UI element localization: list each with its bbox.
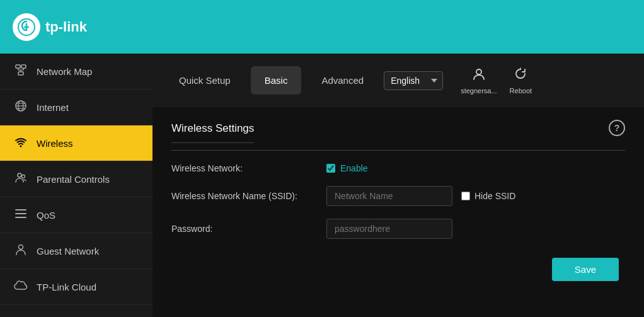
tp-link-cloud-label: TP-Link Cloud: [37, 282, 96, 292]
wireless-label: Wireless: [37, 138, 73, 149]
sidebar-item-tp-link-cloud[interactable]: TP-Link Cloud: [0, 269, 152, 305]
svg-rect-2: [21, 65, 26, 68]
tab-advanced[interactable]: Advanced: [308, 66, 377, 95]
content-area: Quick Setup Basic Advanced English 中文 Es…: [152, 54, 644, 317]
sidebar-item-guest-network[interactable]: Guest Network: [0, 233, 152, 269]
account-label: stegnersa...: [461, 87, 497, 95]
reboot-button[interactable]: Reboot: [510, 67, 532, 95]
password-input[interactable]: [326, 219, 452, 239]
parental-controls-icon: [14, 171, 28, 187]
app-header: tp-link: [0, 0, 644, 54]
internet-label: Internet: [37, 102, 69, 113]
qos-label: QoS: [37, 210, 55, 221]
ssid-input[interactable]: [326, 186, 452, 206]
svg-point-13: [20, 145, 22, 147]
section-title: Wireless Settings: [171, 122, 254, 143]
help-button[interactable]: ?: [609, 120, 625, 136]
hide-ssid-label[interactable]: Hide SSID: [474, 191, 515, 201]
sidebar-item-qos[interactable]: QoS: [0, 197, 152, 233]
logo-text: tp-link: [45, 19, 87, 35]
save-button[interactable]: Save: [552, 258, 619, 281]
sidebar: Network Map Internet: [0, 54, 152, 317]
internet-icon: [14, 100, 28, 115]
wireless-icon: [14, 135, 28, 151]
svg-point-15: [22, 175, 25, 178]
hide-ssid-wrapper: Hide SSID: [461, 191, 515, 201]
reboot-label: Reboot: [510, 87, 532, 95]
wireless-network-label: Wireless Network:: [171, 163, 316, 173]
password-control: [326, 219, 452, 239]
main-layout: Network Map Internet: [0, 54, 644, 317]
enable-checkbox-wrapper: Enable: [326, 163, 368, 173]
ssid-label: Wireless Network Name (SSID):: [171, 191, 316, 201]
sidebar-item-wireless[interactable]: Wireless: [0, 125, 152, 161]
svg-rect-3: [18, 72, 23, 75]
svg-point-20: [476, 69, 481, 74]
guest-network-label: Guest Network: [37, 246, 99, 256]
tab-quick-setup[interactable]: Quick Setup: [165, 66, 244, 95]
guest-network-icon: [14, 243, 28, 259]
svg-point-19: [19, 245, 23, 249]
enable-checkbox[interactable]: [326, 164, 335, 173]
password-label: Password:: [171, 224, 316, 234]
qos-icon: [14, 209, 28, 222]
ssid-row: Wireless Network Name (SSID): Hide SSID: [171, 186, 625, 206]
wireless-network-row: Wireless Network: Enable: [171, 163, 625, 173]
page-content: Wireless Settings ? Wireless Network: En…: [152, 107, 644, 317]
sidebar-item-network-map[interactable]: Network Map: [0, 54, 152, 89]
sidebar-item-internet[interactable]: Internet: [0, 89, 152, 125]
network-map-icon: [14, 64, 28, 79]
svg-point-14: [18, 173, 21, 177]
language-select[interactable]: English 中文 Español Français Deutsch: [384, 71, 443, 90]
parental-controls-label: Parental Controls: [37, 174, 110, 185]
hide-ssid-checkbox[interactable]: [461, 192, 470, 200]
tab-basic[interactable]: Basic: [251, 66, 302, 95]
account-icon: [471, 67, 486, 85]
svg-rect-1: [16, 65, 20, 68]
network-map-label: Network Map: [37, 66, 92, 77]
ssid-control: Hide SSID: [326, 186, 515, 206]
header-actions: stegnersa... Reboot: [461, 67, 532, 95]
reboot-icon: [513, 67, 528, 85]
wireless-network-control: Enable: [326, 163, 368, 173]
account-button[interactable]: stegnersa...: [461, 67, 497, 95]
enable-label[interactable]: Enable: [340, 163, 368, 173]
logo: tp-link: [13, 13, 87, 41]
section-header: Wireless Settings ?: [171, 122, 625, 153]
language-selector-wrapper: English 中文 Español Français Deutsch: [384, 71, 443, 90]
tp-link-cloud-icon: [14, 280, 28, 294]
sidebar-item-parental-controls[interactable]: Parental Controls: [0, 161, 152, 197]
logo-icon: [13, 13, 40, 41]
nav-tabs: Quick Setup Basic Advanced English 中文 Es…: [152, 54, 644, 107]
password-row: Password:: [171, 219, 625, 239]
